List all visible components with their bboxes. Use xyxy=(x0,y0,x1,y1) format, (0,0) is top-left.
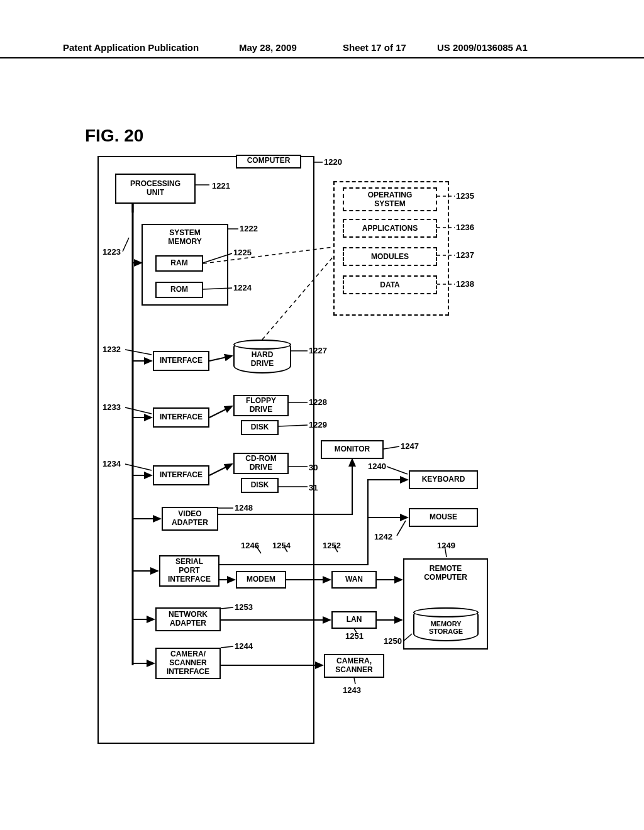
ref-1248: 1248 xyxy=(235,503,253,512)
ref-1240: 1240 xyxy=(368,462,386,471)
cdrom-drive-box: CD-ROMDRIVE xyxy=(233,453,289,474)
floppy-disk-box: DISK xyxy=(241,420,279,435)
ref-1227: 1227 xyxy=(309,346,327,355)
system-memory-label: SYSTEMMEMORY xyxy=(168,229,202,246)
interface-hdd-box: INTERFACE xyxy=(153,351,209,371)
serial-port-interface-box: SERIALPORTINTERFACE xyxy=(159,555,219,587)
mouse-box: MOUSE xyxy=(409,508,478,527)
ref-1223: 1223 xyxy=(103,247,121,257)
ref-30: 30 xyxy=(309,463,318,472)
memory-storage-label: MEMORYSTORAGE xyxy=(429,620,463,635)
svg-line-49 xyxy=(354,678,355,684)
ref-1225: 1225 xyxy=(233,248,252,257)
ref-1246: 1246 xyxy=(241,541,259,550)
ref-1250: 1250 xyxy=(384,636,402,646)
header-pubno: US 2009/0136085 A1 xyxy=(437,42,528,53)
ref-1229: 1229 xyxy=(309,420,327,429)
camera-scanner-box: CAMERA,SCANNER xyxy=(324,654,384,678)
svg-line-40 xyxy=(384,446,399,449)
svg-line-45 xyxy=(387,467,408,474)
ref-1235: 1235 xyxy=(456,191,474,201)
page-header: Patent Application Publication May 28, 2… xyxy=(0,53,644,58)
figure-label: FIG. 20 xyxy=(85,126,143,146)
network-adapter-box: NETWORKADAPTER xyxy=(155,607,221,631)
page: Patent Application Publication May 28, 2… xyxy=(0,0,644,830)
svg-line-46 xyxy=(397,521,406,536)
ref-1247: 1247 xyxy=(401,441,419,451)
operating-system-box: OPERATINGSYSTEM xyxy=(343,187,437,211)
ref-1243: 1243 xyxy=(343,685,361,695)
interface-floppy-box: INTERFACE xyxy=(153,407,209,428)
ref-1244: 1244 xyxy=(235,641,253,651)
ref-1221: 1221 xyxy=(212,181,230,191)
ram-box: RAM xyxy=(155,255,203,272)
cdrom-disk-box: DISK xyxy=(241,478,279,493)
video-adapter-box: VIDEOADAPTER xyxy=(162,507,218,531)
memory-storage-cylinder: MEMORYSTORAGE xyxy=(413,607,479,641)
modem-box: MODEM xyxy=(236,571,286,589)
remote-computer-label: REMOTECOMPUTER xyxy=(424,565,467,582)
ref-1249: 1249 xyxy=(437,541,455,550)
ref-1251: 1251 xyxy=(345,631,364,641)
ref-1242: 1242 xyxy=(374,532,392,541)
hard-drive-label: HARDDRIVE xyxy=(251,350,274,368)
interface-cdrom-box: INTERFACE xyxy=(153,465,209,485)
camera-scanner-interface-box: CAMERA/SCANNERINTERFACE xyxy=(155,648,221,679)
keyboard-box: KEYBOARD xyxy=(409,470,478,489)
processing-unit-box: PROCESSINGUNIT xyxy=(115,174,196,204)
ref-1234: 1234 xyxy=(103,459,121,468)
data-box: DATA xyxy=(343,275,437,294)
monitor-box: MONITOR xyxy=(321,440,384,459)
header-date: May 28, 2009 xyxy=(239,42,297,53)
diagram: COMPUTER PROCESSINGUNIT SYSTEMMEMORY RAM… xyxy=(97,156,550,744)
ref-1233: 1233 xyxy=(103,402,121,412)
header-sheet: Sheet 17 of 17 xyxy=(343,42,406,53)
modules-box: MODULES xyxy=(343,247,437,266)
header-publication: Patent Application Publication xyxy=(63,42,199,53)
ref-1238: 1238 xyxy=(456,279,474,289)
ref-1236: 1236 xyxy=(456,223,474,232)
ref-1228: 1228 xyxy=(309,397,327,407)
hard-drive-cylinder: HARDDRIVE xyxy=(233,340,291,374)
floppy-drive-box: FLOPPYDRIVE xyxy=(233,395,289,416)
ref-1232: 1232 xyxy=(103,345,121,354)
ref-1253: 1253 xyxy=(235,602,253,612)
applications-box: APPLICATIONS xyxy=(343,219,437,238)
lan-box: LAN xyxy=(331,611,377,629)
wan-box: WAN xyxy=(331,571,377,589)
ref-31: 31 xyxy=(309,483,318,492)
ref-1222: 1222 xyxy=(240,224,258,233)
ref-1224: 1224 xyxy=(233,283,252,292)
rom-box: ROM xyxy=(155,282,203,298)
ref-1220: 1220 xyxy=(324,157,342,167)
ref-1237: 1237 xyxy=(456,250,474,260)
computer-title: COMPUTER xyxy=(236,155,301,169)
ref-1254: 1254 xyxy=(272,541,291,550)
ref-1252: 1252 xyxy=(323,541,341,550)
